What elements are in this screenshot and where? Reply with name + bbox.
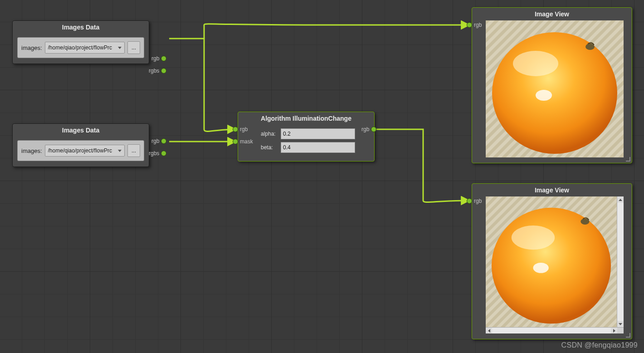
horizontal-scrollbar[interactable] (486, 327, 624, 333)
svg-point-10 (492, 208, 611, 324)
alpha-label: alpha: (261, 131, 279, 137)
port-rgb-in[interactable]: rgb (467, 22, 482, 28)
port-rgbs-out[interactable]: rgbs (149, 150, 166, 157)
svg-point-11 (512, 226, 555, 250)
watermark-text: CSDN @fengqiao1999 (561, 341, 638, 349)
node-title: Image View (472, 184, 632, 196)
port-mask-in[interactable]: mask (233, 138, 253, 145)
scroll-left-icon (488, 329, 490, 333)
beta-input[interactable] (281, 142, 355, 153)
beta-label: beta: (261, 144, 279, 151)
resize-handle-icon[interactable] (626, 333, 630, 338)
node-image-view-2[interactable]: Image View (472, 183, 632, 339)
node-title: Algorithm IlluminationChange (238, 112, 374, 125)
port-rgb-in[interactable]: rgb (233, 126, 248, 132)
node-title: Images Data (13, 21, 149, 34)
node-graph-canvas[interactable]: Images Data images: /home/qiao/project/f… (0, 0, 644, 353)
browse-button[interactable]: ... (127, 41, 140, 54)
svg-point-3 (492, 32, 617, 154)
svg-point-4 (513, 51, 558, 76)
scroll-down-icon (619, 323, 622, 325)
node-title: Image View (472, 8, 632, 20)
svg-point-5 (536, 90, 552, 101)
images-path-combo[interactable]: /home/qiao/project/flowPrc (45, 145, 125, 157)
port-rgb-in[interactable]: rgb (467, 198, 482, 204)
port-rgb-out[interactable]: rgb (151, 55, 166, 62)
chevron-down-icon (118, 47, 122, 49)
browse-button[interactable]: ... (127, 144, 140, 157)
port-rgb-out[interactable]: rgb (151, 138, 166, 144)
node-algorithm-illumination-change[interactable]: Algorithm IlluminationChange alpha: beta… (238, 112, 375, 162)
chevron-down-icon (118, 150, 122, 152)
vertical-scrollbar[interactable] (617, 196, 624, 327)
image-preview (486, 20, 624, 157)
scroll-right-icon (613, 329, 615, 333)
node-images-data-1[interactable]: Images Data images: /home/qiao/project/f… (12, 20, 149, 64)
port-rgbs-out[interactable]: rgbs (149, 68, 166, 74)
svg-point-12 (533, 263, 548, 273)
alpha-input[interactable] (281, 128, 355, 139)
node-image-view-1[interactable]: Image View (472, 7, 632, 163)
scroll-up-icon (619, 199, 622, 201)
images-label: images: (21, 44, 42, 51)
port-rgb-out[interactable]: rgb (361, 126, 376, 132)
node-title: Images Data (13, 124, 149, 137)
node-images-data-2[interactable]: Images Data images: /home/qiao/project/f… (12, 123, 149, 167)
resize-handle-icon[interactable] (626, 157, 630, 162)
images-path-combo[interactable]: /home/qiao/project/flowPrc (45, 42, 125, 54)
image-preview (486, 196, 624, 333)
images-label: images: (21, 147, 42, 154)
